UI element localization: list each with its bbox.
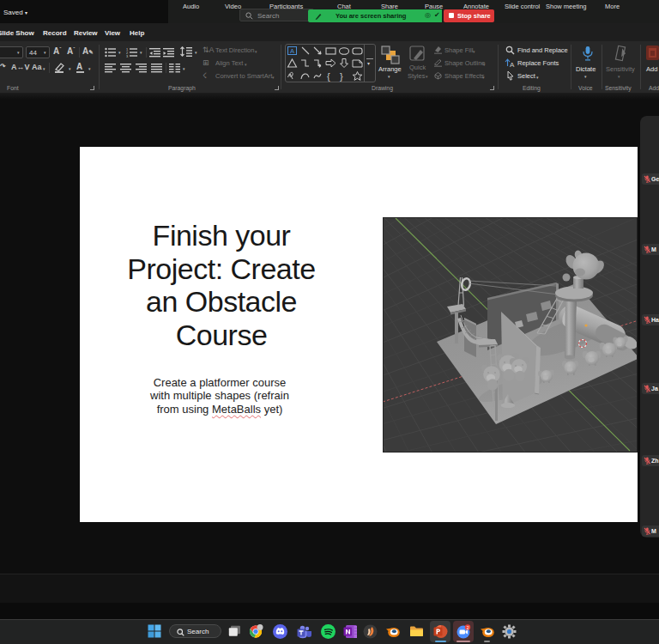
svg-text:{: {	[327, 71, 330, 82]
svg-text:A: A	[510, 61, 515, 68]
svg-text:3: 3	[126, 54, 129, 58]
svg-text:}: }	[340, 71, 343, 82]
svg-text:2: 2	[467, 625, 469, 630]
svg-text:A: A	[290, 47, 294, 55]
